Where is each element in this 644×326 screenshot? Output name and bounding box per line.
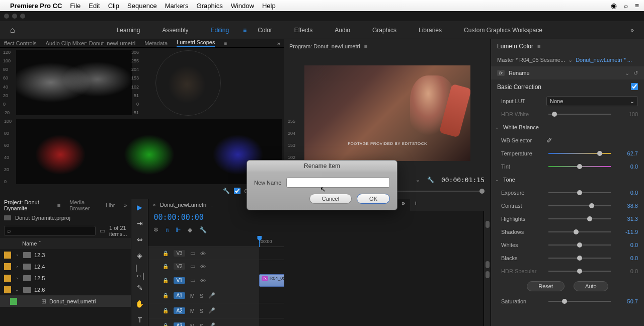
chevron-down-icon[interactable]: ⌄ [14,287,20,292]
marker-icon[interactable]: ◆ [188,226,192,233]
menu-graphics[interactable]: Graphics [197,2,223,10]
scrollbar-thumb[interactable] [486,271,490,278]
workspace-learning[interactable]: Learning [117,27,140,34]
tab-program[interactable]: Program: Donut_newLumetri [289,43,360,49]
whites-slider[interactable] [548,244,611,246]
panel-menu-icon[interactable]: ≡ [364,43,367,49]
mic-icon[interactable]: 🎤 [208,322,215,326]
workspace-graphics[interactable]: Graphics [372,27,396,34]
settings-icon[interactable]: 🔧 [427,177,434,183]
lock-icon[interactable]: 🔒 [163,251,169,256]
pen-tool-icon[interactable]: ✎ [135,283,144,292]
workspace-overflow-icon[interactable]: » [630,27,634,34]
mic-icon[interactable]: 🎤 [208,292,215,299]
menu-markers[interactable]: Markers [165,2,189,10]
solo-icon[interactable]: S [200,293,203,299]
shadows-slider[interactable] [548,231,611,232]
exposure-slider[interactable] [548,192,611,193]
workspace-libraries[interactable]: Libraries [419,27,442,34]
eye-icon[interactable]: 👁 [200,278,206,284]
workspace-audio[interactable]: Audio [335,27,350,34]
workspace-custom[interactable]: Custom Graphics Workspace [464,27,542,34]
lock-icon[interactable]: 🔒 [163,293,169,298]
ripple-edit-tool-icon[interactable]: ⇔ [135,235,144,244]
menu-list-icon[interactable]: ≡ [635,2,639,10]
panel-menu-icon[interactable]: ≡ [210,202,213,208]
tab-effect-controls[interactable]: ffect Controls [4,40,37,46]
insert-icon[interactable]: ❄ [153,226,158,233]
tab-lumetri-scopes[interactable]: Lumetri Scopes [177,39,215,47]
saturation-slider[interactable] [548,301,611,302]
chevron-down-icon[interactable]: ⌄ [495,125,499,130]
workspace-assembly[interactable]: Assembly [162,27,188,34]
close-window-icon[interactable] [4,14,9,19]
tabs-overflow-icon[interactable]: » [277,40,280,46]
chevron-right-icon[interactable]: › [14,264,20,269]
section-basic-correction[interactable]: Basic Correction [491,79,644,95]
wrench-icon[interactable]: 🔧 [223,188,230,194]
new-bin-icon[interactable]: ▭ [100,227,105,234]
reset-button[interactable]: Reset [527,281,565,291]
ok-button[interactable]: OK [357,194,390,204]
chevron-down-icon[interactable]: ⌄ [625,70,629,76]
hand-tool-icon[interactable]: ✋ [135,299,144,308]
mute-icon[interactable]: M [190,323,195,327]
section-enable-checkbox[interactable] [631,83,638,90]
chevron-right-icon[interactable]: › [14,253,20,258]
blacks-slider[interactable] [548,258,611,259]
maximize-window-icon[interactable] [20,14,25,19]
program-timecode[interactable]: 00:00:01:15 [441,176,485,184]
timeline-tab[interactable]: Donut_newLumetri [160,202,206,208]
menu-clip[interactable]: Clip [108,2,119,10]
program-monitor[interactable]: FOOTAGE PROVIDED BY EDITSTOCK [284,53,491,173]
tab-metadata[interactable]: Metadata [144,40,168,46]
tabs-overflow-icon[interactable]: » [124,202,127,208]
reset-icon[interactable]: ↺ [633,70,638,76]
menu-file[interactable]: File [70,2,80,10]
chevron-down-icon[interactable]: ⌄ [568,57,573,63]
workspace-editing[interactable]: Editing [210,27,229,34]
new-name-input[interactable] [286,178,390,188]
linked-selection-icon[interactable]: ⊩ [176,226,181,233]
tab-project[interactable]: Project: Donut Dynamite [4,199,48,211]
tab-media-browser[interactable]: Media Browser [69,199,97,211]
bin-row[interactable]: ⌄12.6 [0,284,131,295]
workspace-menu-icon[interactable]: ≡ [243,27,247,34]
type-tool-icon[interactable]: T [135,315,144,324]
add-marker-icon[interactable]: + [414,200,418,207]
mute-icon[interactable]: M [190,293,195,299]
chevron-right-icon[interactable]: › [14,276,20,281]
tab-libraries[interactable]: Libr [106,202,115,208]
slip-tool-icon[interactable]: |↔| [135,267,144,276]
selection-tool-icon[interactable]: ▶ [135,203,144,212]
home-icon[interactable]: ⌂ [10,26,15,35]
menu-help[interactable]: Help [262,2,276,10]
workspace-color[interactable]: Color [258,27,272,34]
workspace-effects[interactable]: Effects [294,27,312,34]
menu-edit[interactable]: Edit [89,2,100,10]
settings-icon[interactable]: 🔧 [199,226,207,233]
eye-icon[interactable]: 👁 [200,264,206,270]
lock-icon[interactable]: 🔒 [163,264,169,269]
panel-menu-icon[interactable]: ≡ [57,202,60,208]
eyedropper-icon[interactable]: ✐ [546,136,552,144]
input-lut-select[interactable]: None⌄ [546,96,638,106]
menu-window[interactable]: Window [231,2,254,10]
close-tab-icon[interactable]: × [152,202,155,208]
bin-row[interactable]: ›12.4 [0,261,131,272]
minimize-window-icon[interactable] [12,14,17,19]
snap-icon[interactable]: ⩃ [166,226,169,233]
sequence-item[interactable]: ⊞Donut_newLumetri [0,295,131,307]
contrast-slider[interactable] [548,205,611,206]
cancel-button[interactable]: Cancel [309,194,352,204]
lock-icon[interactable]: 🔒 [163,323,169,326]
overflow-icon[interactable]: » [401,200,405,207]
razor-tool-icon[interactable]: ◈ [135,251,144,260]
menu-sequence[interactable]: Sequence [127,2,157,10]
spotlight-icon[interactable]: ⌕ [624,2,628,10]
chevron-down-icon[interactable]: ⌄ [495,177,499,182]
panel-menu-icon[interactable]: ≡ [537,43,540,49]
track-select-tool-icon[interactable]: ⇥ [135,219,144,228]
lock-icon[interactable]: 🔒 [163,278,169,283]
solo-icon[interactable]: S [200,308,203,314]
